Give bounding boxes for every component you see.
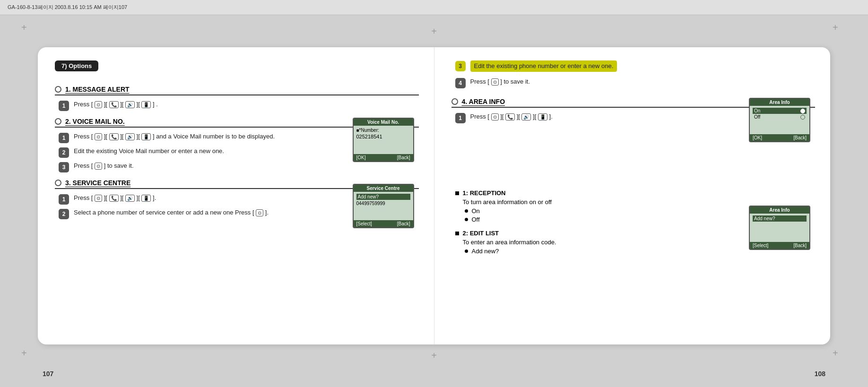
voicemail-screen: Voice Mail No. ■*Number: 025218541 [OK] … — [353, 118, 414, 162]
voice-mail-step-1-content: Press [ ⊙ ][ 📞 ][ 🔊 ][ 📱 ] and a Voice M… — [74, 132, 275, 141]
step-num-r3: 3 — [455, 61, 466, 71]
area-screen1-footer: [OK] [Back] — [750, 134, 809, 141]
area-screen1-body: On Off — [750, 106, 809, 134]
step-num-3b: 2 — [59, 209, 69, 219]
msg-alert-step-1-content: Press [ ⊙ ][ 📞 ][ 🔊 ][ 📱 ] . — [74, 100, 158, 109]
right-step-4: 4 Press [ ⊙ ] to save it. — [455, 77, 816, 88]
crosshair-top-center: + — [431, 26, 437, 37]
voicemail-screen-title: Voice Mail No. — [354, 119, 413, 126]
right-panel: 3 Edit the existing phone number or ente… — [434, 47, 831, 344]
bullet-addnew — [465, 249, 468, 253]
page-number-left: 107 — [43, 370, 53, 378]
step-num-r4: 4 — [455, 78, 466, 88]
voice-mail-step-1: 1 Press [ ⊙ ][ 📞 ][ 🔊 ][ 📱 ] and a Voice… — [59, 132, 350, 143]
voicemail-screen-footer: [OK] [Back] — [354, 154, 413, 161]
right-step-3: 3 Edit the existing phone number or ente… — [455, 60, 816, 72]
section-badge: 7) Options — [55, 60, 98, 71]
edit-list-square — [455, 232, 459, 235]
service-add-new: Add new? — [356, 194, 410, 200]
service-screen-body: Add new? 04499759999 — [354, 192, 413, 220]
page-number-right: 108 — [815, 370, 825, 378]
service-number: 04499759999 — [356, 201, 410, 206]
bullet-circle-1 — [55, 86, 61, 93]
crosshair-top-left — [24, 26, 33, 35]
header-text: GA-160-8-13페이지 2003.8.16 10:15 AM 페이지107 — [8, 4, 127, 11]
msg-alert-step-1: 1 Press [ ⊙ ][ 📞 ][ 🔊 ][ 📱 ] . — [59, 100, 419, 111]
service-step-1-content: Press [ ⊙ ][ 📞 ][ 🔊 ][ 📱 ]. — [74, 194, 156, 202]
crosshair-bottom-center: + — [431, 350, 437, 361]
step-num-2a: 1 — [59, 133, 69, 143]
voice-mail-step-2-content: Edit the existing Voice Mail number or e… — [74, 147, 224, 155]
reception-square — [455, 191, 459, 195]
voicemail-field-label: ■*Number: — [356, 128, 410, 133]
area-info-step-1-content: Press [ ⊙ ][ 📞 ][ 🔊 ][ 📱 ]. — [470, 112, 553, 121]
bullet-off — [465, 218, 468, 221]
section-service-centre: 3. SERVICE CENTRE Service Centre Add new… — [55, 179, 419, 219]
bullet-circle-3 — [55, 180, 61, 186]
section-area-info: 4. AREA INFO Area Info On Off — [451, 98, 816, 255]
service-step-2-content: Select a phone number of service center … — [74, 208, 269, 217]
area-screen2-addnew: Add new? — [753, 215, 807, 222]
service-step-1: 1 Press [ ⊙ ][ 📞 ][ 🔊 ][ 📱 ]. — [59, 194, 350, 205]
voice-mail-step-3-content: Press [ ⊙ ] to save it. — [74, 162, 134, 170]
bullet-on — [465, 209, 468, 213]
crosshair-bottom-right — [835, 352, 844, 361]
area-screen2-body: Add new? — [750, 214, 809, 242]
left-panel: 7) Options 1. MESSAGE ALERT 1 Press [ ⊙ … — [38, 47, 434, 344]
step-num-1a: 1 — [59, 101, 69, 111]
step-num-2c: 3 — [59, 162, 69, 172]
area-info-step-1: 1 Press [ ⊙ ][ 📞 ][ 🔊 ][ 📱 ]. — [455, 112, 747, 123]
service-step-2: 2 Select a phone number of service cente… — [59, 208, 350, 219]
voice-mail-step-3: 3 Press [ ⊙ ] to save it. — [59, 162, 350, 172]
crosshair-bottom-left — [24, 352, 33, 361]
top-bar: GA-160-8-13페이지 2003.8.16 10:15 AM 페이지107 — [0, 0, 868, 15]
voice-mail-step-2: 2 Edit the existing Voice Mail number or… — [59, 147, 350, 158]
section-message-alert: 1. MESSAGE ALERT 1 Press [ ⊙ ][ 📞 ][ 🔊 ]… — [55, 86, 419, 111]
crosshair-top-right — [835, 26, 844, 35]
message-alert-heading: 1. MESSAGE ALERT — [55, 86, 419, 95]
area-screen2-title: Area Info — [750, 206, 809, 214]
main-card: 7) Options 1. MESSAGE ALERT 1 Press [ ⊙ … — [38, 47, 830, 344]
step-num-3a: 1 — [59, 194, 69, 205]
bullet-circle-4 — [451, 98, 458, 105]
area-screen-1: Area Info On Off [OK] [Back] — [749, 98, 810, 142]
voicemail-number: 025218541 — [356, 134, 410, 139]
area-screen2-footer: [Select] [Back] — [750, 242, 809, 249]
section-voice-mail: 2. VOICE MAIL NO. Voice Mail No. ■*Numbe… — [55, 118, 419, 172]
service-screen-footer: [Select] [Back] — [354, 220, 413, 227]
service-screen-title: Service Centre — [354, 185, 413, 192]
step-num-4a: 1 — [455, 113, 466, 123]
bullet-circle-2 — [55, 118, 61, 125]
step-num-2b: 2 — [59, 147, 69, 158]
right-step-4-content: Press [ ⊙ ] to save it. — [470, 77, 530, 86]
right-step-3-content: Edit the existing phone number or enter … — [470, 60, 617, 72]
area-screen-2: Area Info Add new? [Select] [Back] — [749, 206, 810, 250]
voicemail-screen-body: ■*Number: 025218541 — [354, 126, 413, 154]
reception-label: 1: RECEPTION — [455, 189, 816, 197]
reception-description: To turn area information on or off — [463, 198, 816, 206]
area-screen1-title: Area Info — [750, 99, 809, 106]
service-screen: Service Centre Add new? 04499759999 [Sel… — [353, 184, 414, 228]
